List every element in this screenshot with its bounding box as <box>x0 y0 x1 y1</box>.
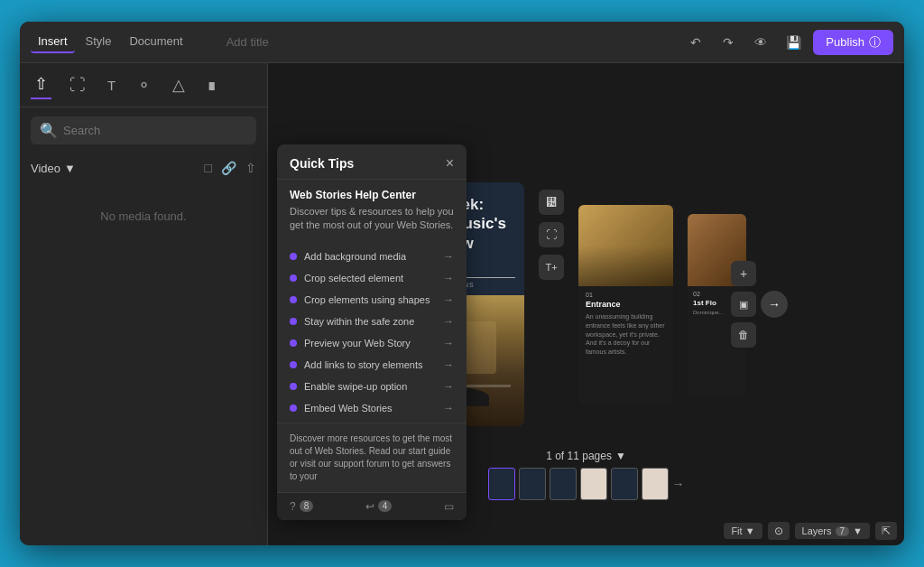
save-button[interactable]: 💾 <box>781 30 806 55</box>
next-page-button[interactable]: → <box>761 291 788 318</box>
fit-chevron-icon: ▼ <box>745 525 755 536</box>
qt-bullet <box>290 274 297 282</box>
thumbs-next-btn[interactable]: → <box>672 477 685 491</box>
fit-label: Fit <box>731 525 742 536</box>
fit-button[interactable]: Fit ▼ <box>724 523 762 539</box>
qt-item-safe-zone[interactable]: Stay within the safe zone → <box>277 311 467 332</box>
redo-button[interactable]: ↷ <box>716 30 741 55</box>
question-icon: ? <box>290 500 296 513</box>
text-icon[interactable]: T <box>104 74 119 97</box>
qt-arrow-icon: → <box>443 402 454 414</box>
qt-bullet <box>290 404 297 412</box>
layers-count-badge: 7 <box>836 526 850 536</box>
video-section-header: Video ▼ □ 🔗 ⇧ <box>20 153 267 182</box>
qt-item-embed[interactable]: Embed Web Stories → <box>277 397 467 419</box>
publish-button[interactable]: Publish ⓘ <box>813 30 893 55</box>
sidebar-icons: ⇧ ⛶ T ⚬ △ ∎ <box>20 63 267 107</box>
pages-label: 1 of 11 pages <box>546 450 612 462</box>
chevron-down-icon: ▼ <box>64 162 76 175</box>
page-thumb-1[interactable] <box>488 468 515 500</box>
tab-style[interactable]: Style <box>79 31 119 53</box>
qt-bullet <box>290 383 297 390</box>
quick-tips-desc: Discover tips & resources to help you ge… <box>277 205 467 242</box>
entrance-title: Entrance <box>586 300 666 309</box>
header-tabs: Insert Style Document <box>31 31 190 53</box>
pages-chevron-icon: ▼ <box>615 450 626 462</box>
card-tools: ⭴ ⛶ T+ <box>539 190 564 280</box>
help-icon-btn[interactable]: ? 8 <box>290 500 313 513</box>
tab-document[interactable]: Document <box>122 31 189 53</box>
undo-count-btn[interactable]: ↩ 4 <box>365 500 393 513</box>
copy-page-btn[interactable]: ▣ <box>731 292 756 317</box>
undo-count-icon: ↩ <box>365 500 374 513</box>
quick-tips-subtitle: Web Stories Help Center <box>277 180 467 205</box>
frame-btn[interactable]: ▭ <box>444 500 454 513</box>
crop-tool[interactable]: ⛶ <box>539 222 564 247</box>
video-dropdown[interactable]: Video ▼ <box>31 162 76 175</box>
qt-item-crop-shapes[interactable]: Crop elements using shapes → <box>277 289 467 311</box>
pages-indicator[interactable]: 1 of 11 pages ▼ <box>546 450 626 462</box>
main-content: ⇧ ⛶ T ⚬ △ ∎ 🔍 Video ▼ □ 🔗 ⇧ <box>20 63 904 545</box>
quick-tips-footer: Discover more resources to get the most … <box>277 423 467 492</box>
qt-item-label: Stay within the safe zone <box>304 316 436 327</box>
quick-tips-items: Add background media → Crop selected ele… <box>277 242 467 423</box>
image-icon[interactable]: ⛶ <box>66 72 89 98</box>
canvas-side-tools: + ▣ 🗑 <box>731 261 756 348</box>
publish-icon: ⓘ <box>869 34 881 51</box>
qt-item-links[interactable]: Add links to story elements → <box>277 354 467 376</box>
grid-icon[interactable]: ∎ <box>203 71 220 98</box>
page-navigation: 1 of 11 pages ▼ → <box>488 450 685 500</box>
shape-icon[interactable]: △ <box>169 71 189 98</box>
qt-bullet <box>290 253 297 260</box>
undo-badge: 4 <box>378 500 393 512</box>
fullscreen-btn[interactable]: ⇱ <box>875 522 897 540</box>
page-thumb-2[interactable] <box>519 468 546 500</box>
header-actions: ↶ ↷ 👁 💾 Publish ⓘ <box>683 30 893 55</box>
page-thumb-4[interactable] <box>580 468 607 500</box>
preview-button[interactable]: 👁 <box>748 30 773 55</box>
qt-item-label: Enable swipe-up option <box>304 381 436 392</box>
video-record-icon[interactable]: □ <box>205 161 212 175</box>
qt-arrow-icon: → <box>443 250 454 263</box>
qt-item-label: Add background media <box>304 251 436 262</box>
video-label-text: Video <box>31 162 60 175</box>
qt-arrow-icon: → <box>443 272 454 284</box>
qt-arrow-icon: → <box>443 380 454 393</box>
layers-label: Layers <box>802 525 832 536</box>
quick-tips-title: Quick Tips <box>290 156 354 171</box>
qt-item-preview[interactable]: Preview your Web Story → <box>277 332 467 354</box>
person-icon[interactable]: ⚬ <box>134 71 154 98</box>
search-icon: 🔍 <box>40 122 58 139</box>
text-add-tool[interactable]: T+ <box>539 255 564 280</box>
qt-item-add-bg[interactable]: Add background media → <box>277 246 467 267</box>
qt-arrow-icon: → <box>443 358 454 371</box>
add-element-btn[interactable]: + <box>731 261 756 286</box>
page-thumb-6[interactable] <box>642 468 669 500</box>
page-thumbs-row: → <box>488 468 685 500</box>
search-input[interactable] <box>63 124 247 137</box>
video-link-icon[interactable]: 🔗 <box>221 161 236 175</box>
search-bar[interactable]: 🔍 <box>31 116 256 144</box>
quick-tips-bottom-bar: ? 8 ↩ 4 ▭ <box>277 492 467 520</box>
qt-item-crop-selected[interactable]: Crop selected element → <box>277 267 467 289</box>
no-media-text: No media found. <box>20 182 267 250</box>
left-sidebar: ⇧ ⛶ T ⚬ △ ∎ 🔍 Video ▼ □ 🔗 ⇧ <box>20 63 268 545</box>
header: Insert Style Document Add title ↶ ↷ 👁 💾 … <box>20 22 904 63</box>
upload-icon[interactable]: ⇧ <box>31 70 51 99</box>
quick-tips-close[interactable]: × <box>446 155 454 172</box>
side-card-entrance[interactable]: 01 Entrance An unassuming building entra… <box>578 205 673 404</box>
rotate-tool[interactable]: ⭴ <box>539 190 564 215</box>
qt-arrow-icon: → <box>443 293 454 306</box>
layers-button[interactable]: Layers 7 ▼ <box>795 523 870 539</box>
entrance-card-content: 01 Entrance An unassuming building entra… <box>578 286 673 362</box>
page-thumb-3[interactable] <box>550 468 577 500</box>
undo-button[interactable]: ↶ <box>683 30 708 55</box>
grid-view-btn[interactable]: ⊙ <box>768 522 790 540</box>
video-upload-icon[interactable]: ⇧ <box>245 161 256 175</box>
qt-arrow-icon: → <box>443 337 454 349</box>
delete-page-btn[interactable]: 🗑 <box>731 322 756 348</box>
tab-insert[interactable]: Insert <box>31 31 75 53</box>
page-thumb-5[interactable] <box>611 468 638 500</box>
qt-item-swipe[interactable]: Enable swipe-up option → <box>277 376 467 397</box>
quick-tips-header: Quick Tips × <box>277 144 467 180</box>
